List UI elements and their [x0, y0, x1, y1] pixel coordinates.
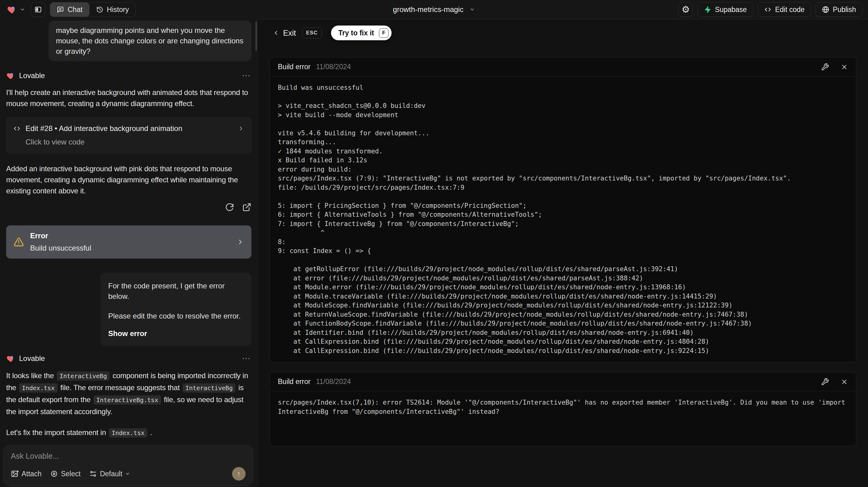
project-name: growth-metrics-magic	[393, 5, 463, 14]
chevron-down-icon	[20, 7, 25, 12]
code-brackets-icon	[13, 125, 21, 132]
try-to-fix-button[interactable]: Try to fix it F	[331, 26, 392, 40]
edit-card-title: Edit #28 • Add interactive background an…	[26, 124, 182, 133]
panel-left-icon	[34, 6, 42, 13]
assistant-message-rich: It looks like the InteractiveBg componen…	[6, 370, 251, 418]
chevron-right-icon	[237, 238, 244, 246]
edit-card-28[interactable]: Edit #28 • Add interactive background an…	[6, 117, 251, 153]
show-error-link[interactable]: Show error	[108, 329, 243, 338]
message-actions	[6, 203, 251, 212]
supabase-label: Supabase	[715, 5, 747, 14]
edit-code-button[interactable]: Edit code	[758, 2, 811, 17]
more-options-icon[interactable]: ⋯	[242, 71, 251, 80]
build-error-card[interactable]: Error Build unsuccessful	[6, 225, 251, 258]
refresh-icon[interactable]	[225, 203, 234, 212]
error-title: Error	[30, 232, 91, 240]
more-options-icon[interactable]: ⋯	[242, 354, 251, 363]
close-icon[interactable]	[841, 63, 848, 71]
tab-chat-label: Chat	[68, 5, 83, 14]
build-error-date: 11/08/2024	[316, 63, 351, 71]
tab-chat[interactable]: Chat	[50, 2, 89, 17]
chevron-left-icon[interactable]	[273, 30, 279, 36]
assistant-message: I'll help create an interactive backgrou…	[6, 87, 251, 109]
supabase-button[interactable]: Supabase	[698, 2, 753, 17]
build-error-title: Build error	[278, 377, 310, 386]
error-subtitle: Build unsuccessful	[30, 244, 91, 252]
lovable-logo-menu[interactable]	[5, 4, 26, 15]
f-key-badge: F	[379, 28, 389, 38]
chevron-right-icon	[238, 125, 244, 132]
project-switcher[interactable]: growth-metrics-magic	[393, 0, 475, 19]
tab-history-label: History	[107, 5, 129, 14]
build-error-header: Build error 11/08/2024	[270, 58, 856, 77]
attach-button[interactable]: Attach	[11, 470, 41, 478]
mode-dropdown[interactable]: Default	[89, 470, 130, 478]
chat-history-switch: Chat History	[50, 2, 136, 17]
sliders-icon	[89, 470, 97, 478]
sidebar-toggle-button[interactable]	[31, 2, 45, 17]
send-button[interactable]: ↑	[232, 467, 246, 481]
user-error-line2: Please edit the code to resolve the erro…	[108, 311, 243, 321]
tab-history[interactable]: History	[89, 2, 136, 17]
assistant-message: Added an interactive background with pin…	[6, 163, 251, 196]
history-clock-icon	[96, 6, 103, 13]
wrench-icon[interactable]	[821, 378, 829, 386]
target-icon	[50, 470, 58, 478]
main-area: maybe diagramming points and when you mo…	[0, 19, 868, 487]
error-overlay-panel: Exit ESC Try to fix it F Build error 11/…	[257, 19, 868, 487]
warning-triangle-icon	[13, 237, 24, 247]
mode-label: Default	[100, 470, 122, 478]
build-error-header: Build error 11/08/2024	[270, 372, 856, 391]
build-error-log: src/pages/Index.tsx(7,10): error TS2614:…	[270, 391, 856, 446]
chat-input[interactable]	[11, 452, 246, 461]
lovable-app: Chat History growth-metrics-magic ⚙	[0, 0, 868, 487]
assistant-message-rich: Let's fix the import statement in Index.…	[6, 427, 251, 439]
build-error-log-card: Build error 11/08/2024 src/pages/Index.t…	[270, 372, 856, 446]
gear-icon: ⚙	[682, 5, 690, 14]
select-label: Select	[61, 470, 81, 478]
close-icon[interactable]	[841, 378, 848, 386]
publish-label: Publish	[833, 5, 856, 14]
esc-key-badge: ESC	[302, 27, 322, 38]
assistant-header: Lovable ⋯	[6, 353, 251, 364]
user-error-line1: For the code present, I get the error be…	[108, 281, 243, 302]
try-to-fix-label: Try to fix it	[338, 29, 374, 37]
globe-icon	[822, 6, 829, 13]
lovable-heart-icon	[7, 4, 17, 15]
user-error-message: For the code present, I get the error be…	[100, 273, 251, 346]
attach-label: Attach	[22, 470, 41, 478]
lovable-heart-icon	[6, 354, 16, 363]
code-brackets-icon	[764, 6, 772, 13]
build-error-log: Build was unsuccessful > vite_react_shad…	[270, 77, 856, 362]
assistant-name: Lovable	[19, 354, 45, 363]
arrow-up-icon: ↑	[237, 469, 241, 478]
supabase-bolt-icon	[704, 6, 711, 13]
assistant-header: Lovable ⋯	[6, 70, 251, 81]
publish-button[interactable]: Publish	[815, 2, 863, 17]
select-button[interactable]: Select	[50, 470, 81, 478]
lovable-heart-icon	[6, 71, 16, 80]
open-preview-icon[interactable]	[242, 203, 251, 212]
chat-input-box: Attach Select Default	[3, 445, 253, 486]
edit-code-label: Edit code	[775, 5, 805, 14]
build-error-title: Build error	[278, 63, 310, 71]
build-error-date: 11/08/2024	[316, 377, 351, 386]
build-error-log-card: Build error 11/08/2024 Build was unsucce…	[270, 57, 856, 363]
image-icon	[11, 470, 19, 478]
chevron-down-icon	[470, 7, 475, 12]
chat-scrollbar[interactable]	[255, 22, 257, 51]
chat-bubble-icon	[57, 6, 64, 13]
top-bar: Chat History growth-metrics-magic ⚙	[0, 0, 868, 19]
settings-button[interactable]: ⚙	[678, 2, 693, 17]
chat-panel: maybe diagramming points and when you mo…	[0, 19, 257, 487]
assistant-name: Lovable	[19, 71, 45, 80]
wrench-icon[interactable]	[821, 63, 829, 71]
edit-card-subtitle: Click to view code	[26, 138, 244, 146]
chevron-down-icon	[125, 471, 130, 476]
user-message-bubble: maybe diagramming points and when you mo…	[49, 21, 251, 61]
topbar-actions: ⚙ Supabase Edit code Publish	[678, 2, 863, 17]
fix-toolbar: Exit ESC Try to fix it F	[273, 26, 856, 40]
exit-button[interactable]: Exit	[283, 29, 296, 37]
